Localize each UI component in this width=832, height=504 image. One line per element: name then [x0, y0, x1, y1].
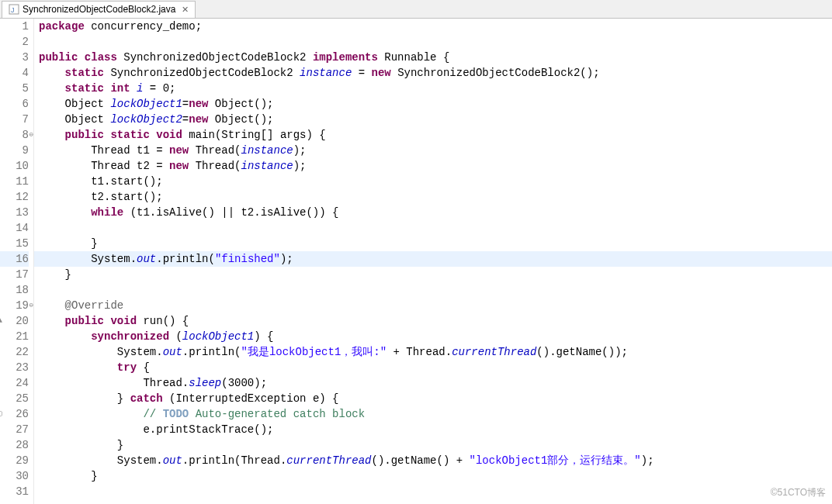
code-line: @Override: [39, 298, 832, 313]
fold-icon[interactable]: ⊖: [29, 127, 33, 143]
code-line: t1.start();: [39, 174, 832, 189]
code-line: t2.start();: [39, 189, 832, 205]
line-number: 27: [0, 422, 29, 437]
code-line: [39, 220, 832, 236]
code-line: Object lockObject2=new Object();: [39, 112, 832, 127]
code-line: }: [39, 267, 832, 282]
fold-icon[interactable]: ⊖: [29, 298, 33, 313]
java-file-icon: J: [9, 4, 19, 15]
line-number: 9: [0, 143, 29, 158]
code-line: while (t1.isAlive() || t2.isAlive()) {: [39, 205, 832, 220]
code-line: static int i = 0;: [39, 81, 832, 96]
code-line: Thread t1 = new Thread(instance);: [39, 143, 832, 158]
line-number: 4: [0, 65, 29, 81]
code-line: package concurrency_demo;: [39, 19, 832, 34]
line-number: 24: [0, 375, 29, 391]
svg-text:J: J: [11, 6, 15, 14]
override-marker-icon[interactable]: ▲: [0, 313, 3, 329]
line-number: 13: [0, 205, 29, 220]
line-number: 10: [0, 158, 29, 174]
code-line: public void run() {: [39, 313, 832, 329]
close-icon[interactable]: ✕: [182, 5, 189, 15]
code-line: Thread t2 = new Thread(instance);: [39, 158, 832, 174]
code-line: }: [39, 437, 832, 453]
code-line: [39, 484, 832, 499]
line-number: ▲20: [0, 313, 29, 329]
code-line: System.out.println(Thread.currentThread(…: [39, 453, 832, 468]
code-line: [39, 34, 832, 50]
code-line: // TODO Auto-generated catch block: [39, 406, 832, 422]
code-line: } catch (InterruptedException e) {: [39, 391, 832, 406]
line-number: ▢26: [0, 406, 29, 422]
line-number: 29: [0, 453, 29, 468]
line-number: 30: [0, 468, 29, 484]
code-line: System.out.println("我是lockObject1，我叫:" +…: [39, 344, 832, 360]
code-line-highlighted: System.out.println("finished");: [34, 251, 832, 267]
watermark-text: ©51CTO博客: [771, 486, 826, 499]
code-line: try {: [39, 360, 832, 375]
line-number: 2: [0, 34, 29, 50]
line-number: 12: [0, 189, 29, 205]
code-line: [39, 282, 832, 298]
tab-bar: J SynchronizedObjectCodeBlock2.java ✕: [0, 0, 832, 19]
line-number: 28: [0, 437, 29, 453]
task-marker-icon[interactable]: ▢: [0, 406, 3, 422]
line-number: 23: [0, 360, 29, 375]
line-number: 21: [0, 329, 29, 344]
line-number: 18: [0, 282, 29, 298]
code-line: }: [39, 236, 832, 251]
line-number-gutter: 1 2 3 4 5 6 7 8⊖ 9 10 11 12 13 14 15 16 …: [0, 19, 34, 504]
code-line: public static void main(String[] args) {: [39, 127, 832, 143]
line-number: 1: [0, 19, 29, 34]
line-number: 14: [0, 220, 29, 236]
code-line: }: [39, 468, 832, 484]
line-number: 8⊖: [0, 127, 29, 143]
line-number: 15: [0, 236, 29, 251]
line-number: 22: [0, 344, 29, 360]
line-number: 16: [0, 251, 29, 267]
line-number: 31: [0, 484, 29, 499]
tab-filename: SynchronizedObjectCodeBlock2.java: [23, 4, 175, 15]
code-line: synchronized (lockObject1) {: [39, 329, 832, 344]
line-number: 5: [0, 81, 29, 96]
line-number: 11: [0, 174, 29, 189]
code-line: public class SynchronizedObjectCodeBlock…: [39, 50, 832, 65]
code-line: static SynchronizedObjectCodeBlock2 inst…: [39, 65, 832, 81]
line-number: 25: [0, 391, 29, 406]
line-number: 19⊖: [0, 298, 29, 313]
line-number: 17: [0, 267, 29, 282]
line-number: 7: [0, 112, 29, 127]
line-number: 3: [0, 50, 29, 65]
code-text-area[interactable]: package concurrency_demo; public class S…: [34, 19, 832, 504]
line-number: 6: [0, 96, 29, 112]
code-line: Object lockObject1=new Object();: [39, 96, 832, 112]
editor-area: 1 2 3 4 5 6 7 8⊖ 9 10 11 12 13 14 15 16 …: [0, 19, 832, 504]
code-line: Thread.sleep(3000);: [39, 375, 832, 391]
code-line: e.printStackTrace();: [39, 422, 832, 437]
editor-tab[interactable]: J SynchronizedObjectCodeBlock2.java ✕: [2, 1, 196, 18]
